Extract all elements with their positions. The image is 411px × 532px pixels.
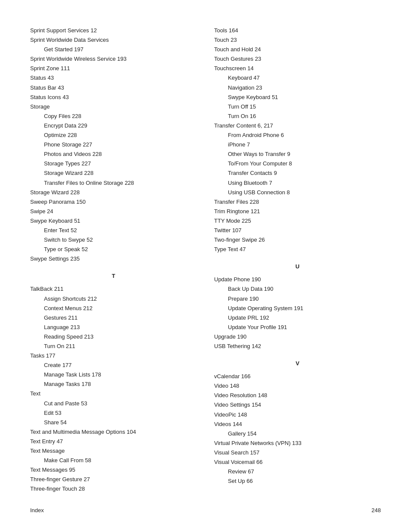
- section-header-t: T: [30, 271, 197, 281]
- index-entry: Sprint Zone 111: [30, 64, 197, 73]
- index-entry: Virtual Private Networks (VPN) 133: [214, 439, 381, 448]
- index-entry: Swipe 24: [30, 207, 197, 216]
- index-entry: Using USB Connection 8: [214, 188, 381, 197]
- index-entry: Encrypt Data 229: [30, 121, 197, 131]
- index-entry: Get Started 197: [30, 45, 197, 54]
- index-entry: Type Text 47: [214, 245, 381, 254]
- index-entry: Language 213: [30, 323, 197, 332]
- index-entry: Twitter 107: [214, 226, 381, 235]
- index-entry: Tasks 177: [30, 351, 197, 361]
- index-entry: Visual Search 157: [214, 448, 381, 457]
- index-entry: Using Bluetooth 7: [214, 178, 381, 188]
- content-columns: Sprint Support Services 12Sprint Worldwi…: [30, 26, 381, 494]
- index-entry: Sprint Worldwide Wireless Service 193: [30, 54, 197, 64]
- index-entry: Upgrade 190: [214, 332, 381, 342]
- index-entry: Manage Tasks 178: [30, 380, 197, 389]
- index-entry: Other Ways to Transfer 9: [214, 149, 381, 159]
- footer-right: 248: [371, 507, 381, 513]
- index-entry: Text: [30, 389, 197, 398]
- index-entry: Update PRL 192: [214, 313, 381, 323]
- index-entry: Sprint Worldwide Data Services: [30, 35, 197, 45]
- index-entry: Transfer Content 6, 217: [214, 121, 381, 131]
- index-entry: Text and Multimedia Message Options 104: [30, 427, 197, 437]
- index-entry: Enter Text 52: [30, 226, 197, 235]
- index-entry: TalkBack 211: [30, 284, 197, 294]
- index-entry: Two-finger Swipe 26: [214, 235, 381, 245]
- index-entry: Copy Files 228: [30, 112, 197, 121]
- index-entry: Sprint Support Services 12: [30, 26, 197, 35]
- section-header-v: V: [214, 359, 381, 368]
- index-entry: Review 67: [214, 467, 381, 476]
- index-entry: Reading Speed 213: [30, 332, 197, 342]
- index-entry: Gestures 211: [30, 313, 197, 323]
- index-entry: Set Up 66: [214, 476, 381, 486]
- index-entry: Edit 53: [30, 408, 197, 418]
- index-entry: Create 177: [30, 361, 197, 370]
- index-entry: Turn On 16: [214, 112, 381, 121]
- index-entry: Swype Settings 235: [30, 254, 197, 264]
- index-entry: Text Entry 47: [30, 437, 197, 446]
- index-entry: Touch and Hold 24: [214, 45, 381, 54]
- index-entry: Turn Off 15: [214, 102, 381, 112]
- index-entry: Photos and Videos 228: [30, 149, 197, 159]
- index-entry: Three-finger Gesture 27: [30, 475, 197, 484]
- index-entry: Share 54: [30, 418, 197, 427]
- index-entry: TTY Mode 225: [214, 216, 381, 226]
- index-entry: Make Call From 58: [30, 456, 197, 465]
- index-entry: Transfer Files 228: [214, 197, 381, 207]
- index-entry: Optimize 228: [30, 131, 197, 140]
- index-entry: Touchscreen 14: [214, 64, 381, 73]
- index-entry: Videos 144: [214, 420, 381, 429]
- index-entry: Keyboard 47: [214, 73, 381, 83]
- section-header-u: U: [214, 262, 381, 271]
- index-entry: vCalendar 166: [214, 372, 381, 381]
- index-entry: Touch Gestures 23: [214, 54, 381, 64]
- index-entry: Storage: [30, 102, 197, 112]
- index-entry: Transfer Files to Online Storage 228: [30, 178, 197, 188]
- index-entry: Status 43: [30, 73, 197, 83]
- index-entry: Transfer Contacts 9: [214, 168, 381, 178]
- index-entry: Text Message: [30, 446, 197, 456]
- index-entry: Update Operating System 191: [214, 304, 381, 313]
- index-entry: Video 148: [214, 381, 381, 391]
- index-entry: Video Resolution 148: [214, 391, 381, 400]
- index-entry: Assign Shortcuts 212: [30, 294, 197, 304]
- index-entry: Sweep Panorama 150: [30, 197, 197, 207]
- index-entry: Manage Task Lists 178: [30, 370, 197, 380]
- page: Sprint Support Services 12Sprint Worldwi…: [0, 0, 411, 532]
- index-entry: Gallery 154: [214, 429, 381, 439]
- index-entry: Touch 23: [214, 35, 381, 45]
- index-entry: Text Messages 95: [30, 465, 197, 475]
- index-entry: Storage Wizard 228: [30, 168, 197, 178]
- left-column: Sprint Support Services 12Sprint Worldwi…: [30, 26, 197, 494]
- index-entry: Navigation 23: [214, 83, 381, 93]
- index-entry: USB Tethering 142: [214, 342, 381, 351]
- index-entry: From Android Phone 6: [214, 131, 381, 140]
- index-entry: iPhone 7: [214, 140, 381, 149]
- index-entry: Context Menus 212: [30, 304, 197, 313]
- index-entry: Three-finger Touch 28: [30, 484, 197, 494]
- index-entry: Tools 164: [214, 26, 381, 35]
- index-entry: Swype Keyboard 51: [30, 216, 197, 226]
- index-entry: Phone Storage 227: [30, 140, 197, 149]
- index-entry: Status Icons 43: [30, 93, 197, 102]
- index-entry: To/From Your Computer 8: [214, 159, 381, 168]
- index-entry: Switch to Swype 52: [30, 235, 197, 245]
- index-entry: Trim Ringtone 121: [214, 207, 381, 216]
- index-entry: Status Bar 43: [30, 83, 197, 93]
- index-entry: Turn On 211: [30, 342, 197, 351]
- index-entry: Prepare 190: [214, 294, 381, 304]
- index-entry: Cut and Paste 53: [30, 399, 197, 408]
- footer: Index 248: [30, 507, 381, 513]
- index-entry: Update Phone 190: [214, 275, 381, 284]
- index-entry: Swype Keyboard 51: [214, 93, 381, 102]
- index-entry: Storage Types 227: [30, 159, 197, 168]
- index-entry: Update Your Profile 191: [214, 323, 381, 332]
- index-entry: Video Settings 154: [214, 400, 381, 410]
- index-entry: Type or Speak 52: [30, 245, 197, 254]
- index-entry: Back Up Data 190: [214, 284, 381, 294]
- index-entry: Storage Wizard 228: [30, 188, 197, 197]
- index-entry: Visual Voicemail 66: [214, 457, 381, 467]
- index-entry: VideoPic 148: [214, 410, 381, 420]
- right-column: Tools 164Touch 23Touch and Hold 24Touch …: [214, 26, 381, 494]
